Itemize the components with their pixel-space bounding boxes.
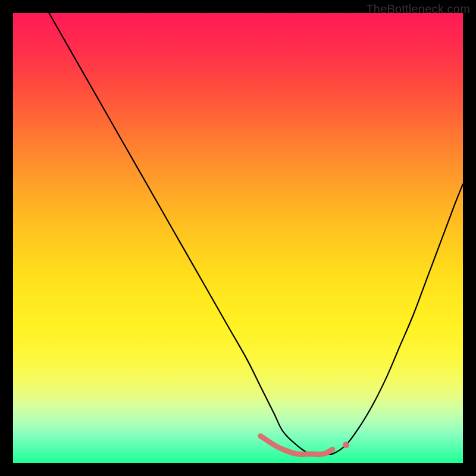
optimal-point-marker — [343, 441, 349, 448]
watermark-text: TheBottleneck.com — [366, 2, 470, 16]
bottleneck-curve — [49, 13, 463, 455]
chart-svg — [13, 13, 463, 463]
chart-frame: TheBottleneck.com — [0, 0, 476, 476]
plot-area — [13, 13, 463, 463]
